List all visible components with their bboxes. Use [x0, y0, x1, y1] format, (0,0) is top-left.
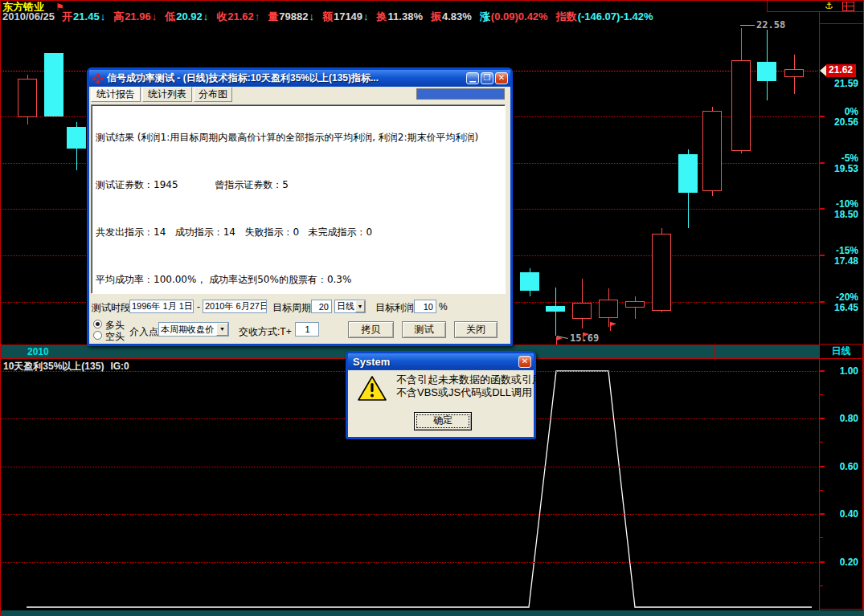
quote-field: 高21.96↓ [113, 10, 158, 22]
price-level-label: 18.50 [834, 209, 858, 220]
date-separator: - [197, 301, 200, 312]
timeline-tick [714, 345, 715, 358]
close-dialog-button[interactable]: 关闭 [454, 321, 498, 338]
target-period-input[interactable]: 20 [311, 300, 332, 313]
axis-tick [820, 466, 825, 467]
test-period-label: 测试时段 [92, 301, 130, 315]
minimize-button[interactable]: ▁ [466, 72, 479, 84]
pct-level-label: -15% [836, 245, 858, 256]
signal-test-dialog: 信号成功率测试 - (日线)技术指标:10天盈利35%以上(135)指标... … [87, 67, 513, 346]
axis-tick [820, 162, 825, 164]
pct-level-label: 0% [845, 106, 858, 117]
axis-tick [820, 301, 825, 303]
app-icon [92, 73, 104, 84]
close-button[interactable]: ✕ [495, 72, 508, 84]
dialog-titlebar[interactable]: 信号成功率测试 - (日线)技术指标:10天盈利35%以上(135)指标... … [89, 70, 510, 87]
indicator-axis-label: 0.20 [840, 557, 858, 568]
pct-level-label: -20% [836, 292, 858, 303]
system-title: System [353, 356, 517, 368]
border-top [0, 0, 864, 1]
chevron-down-icon[interactable]: ▼ [216, 323, 228, 336]
pct-level-label: -5% [841, 153, 858, 164]
quote-field: 振4.83% [431, 10, 473, 22]
quote-field: 量79882↓ [268, 10, 315, 22]
tab-list[interactable]: 统计列表 [142, 87, 192, 102]
short-radio[interactable] [93, 331, 102, 340]
system-titlebar[interactable]: System ✕ [348, 353, 534, 370]
axis-tick [820, 418, 825, 419]
secondary-price-label: 21.59 [834, 78, 858, 89]
period-box[interactable]: 日线 [819, 344, 863, 359]
axis-minor-tick [820, 490, 823, 491]
axis-tick [820, 208, 825, 210]
quote-field: 收21.62↑ [216, 10, 260, 22]
quote-field: 换11.38% [377, 10, 424, 22]
indicator-axis-label: 1.00 [840, 365, 858, 377]
price-axis: 21.6221.590%20.56-5%19.53-10%18.50-15%17… [820, 24, 863, 344]
target-profit-input[interactable]: 10 [414, 300, 436, 313]
window-layout-icon[interactable] [842, 2, 854, 11]
chevron-down-icon[interactable]: ▼ [355, 300, 365, 312]
warning-icon [357, 375, 387, 406]
quote-bar: 2010/06/25开21.45↓高21.96↓低20.92↓收21.62↑量7… [2, 10, 662, 22]
axis-tick [820, 255, 825, 256]
price-level-label: 19.53 [834, 163, 858, 174]
progress-bar [416, 88, 505, 100]
axis-tick [820, 116, 825, 117]
axis-minor-tick [820, 537, 823, 538]
entry-point-combo[interactable]: 本周期收盘价 ▼ [158, 322, 229, 337]
maximize-button[interactable]: ❒ [481, 72, 493, 84]
price-tag-value: 21.62 [826, 64, 856, 77]
gridline [2, 514, 817, 515]
quote-field: 额17149↓ [322, 10, 370, 22]
settlement-input[interactable]: 1 [295, 322, 319, 337]
copy-button[interactable]: 拷贝 [348, 321, 394, 338]
axis-tick [820, 370, 825, 372]
alert-message: 不含引起未来数据的函数或引用 不含VBS或JS代码或DLL调用 [396, 373, 543, 399]
date-from-field[interactable]: 1996年 1月 1日 ▲▼ [129, 300, 194, 313]
system-alert-dialog: System ✕ 不含引起未来数据的函数或引用 不含VBS或JS代码或DLL调用… [346, 351, 536, 439]
long-radio[interactable] [93, 320, 102, 328]
indicator-axis: 1.000.800.600.400.20 [820, 358, 863, 610]
indicator-axis-label: 0.60 [840, 461, 858, 472]
app-window: 东方锆业⚑ 2010/06/25开21.45↓高21.96↓低20.92↓收21… [0, 0, 864, 616]
pct-level-label: -10% [836, 198, 858, 210]
axis-tick [820, 513, 825, 515]
price-level-label: 20.56 [834, 116, 858, 128]
quote-field: 指数(-146.07)-1.42% [556, 10, 654, 22]
price-tag: 21.62 [820, 64, 856, 76]
period-label: 日线 [832, 345, 851, 357]
dialog-title: 信号成功率测试 - (日线)技术指标:10天盈利35%以上(135)指标... [107, 71, 465, 85]
quote-field: 低20.92↓ [165, 10, 209, 22]
icon-divider-v [767, 0, 768, 11]
test-button[interactable]: 测试 [402, 321, 446, 338]
axis-tick [820, 561, 825, 563]
timeline-tick [319, 345, 320, 358]
axis-divider [819, 11, 820, 610]
report-text: 测试结果 (利润1:用目标周期内最高价计算的全部指示的平均利润, 利润2:期末价… [91, 104, 506, 294]
period-unit-combo[interactable]: 日线 ▼ [334, 300, 366, 313]
timeline-year: 2010 [27, 346, 49, 357]
axis-minor-tick [820, 394, 823, 395]
axis-minor-tick [820, 585, 823, 586]
system-close-button[interactable]: ✕ [518, 356, 531, 368]
tab-report[interactable]: 统计报告 [91, 87, 141, 102]
gridline [2, 467, 817, 467]
timeline-tick [85, 345, 86, 358]
anchor-icon[interactable]: ⚓ [825, 0, 833, 11]
indicator-axis-label: 0.80 [840, 413, 858, 424]
tab-distribution[interactable]: 分布图 [194, 87, 232, 102]
quote-field: 涨(0.09)0.42% [480, 10, 549, 22]
bottom-scroll-strip[interactable] [0, 610, 864, 616]
axis-minor-tick [820, 442, 823, 443]
price-pointer-icon [820, 65, 826, 76]
price-level-label: 17.48 [834, 255, 858, 267]
icon-divider-h [767, 11, 864, 12]
date-to-field[interactable]: 2010年 6月27日 ▲▼ [203, 300, 267, 313]
quote-field: 开21.45↓ [62, 10, 106, 22]
focus-rect [416, 414, 469, 428]
quote-date: 2010/06/25 [2, 10, 55, 22]
border-left [0, 0, 1, 616]
ok-button[interactable]: 确定 [414, 412, 472, 430]
indicator-axis-label: 0.40 [840, 508, 858, 520]
